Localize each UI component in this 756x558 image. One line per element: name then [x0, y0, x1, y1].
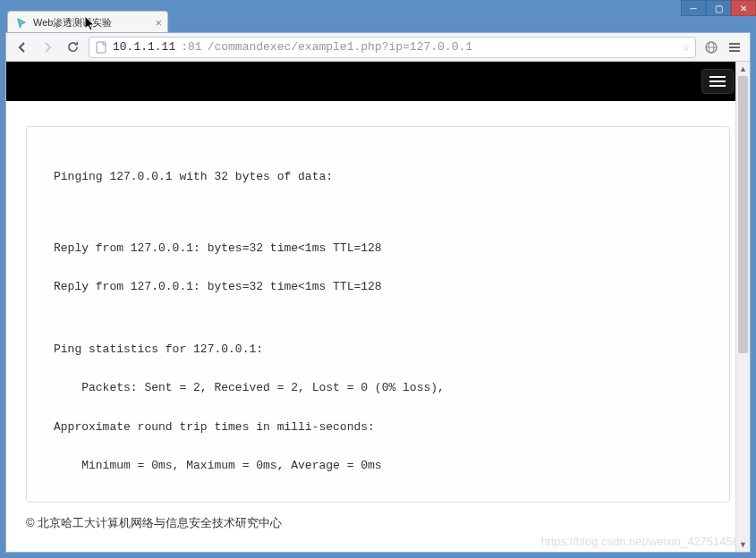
url-port: :81: [181, 40, 201, 54]
ping-header-line: Pinging 127.0.0.1 with 32 bytes of data:: [54, 168, 702, 186]
browser-toolbar: 10.1.1.11:81/commandexec/example1.php?ip…: [6, 33, 750, 62]
page-footer: © 北京哈工大计算机网络与信息安全技术研究中心: [26, 515, 730, 531]
ping-output-box: Pinging 127.0.0.1 with 32 bytes of data:…: [26, 126, 730, 503]
scroll-down-icon[interactable]: ▼: [736, 537, 750, 552]
browser-tab[interactable]: Web渗透测试实验 ×: [7, 11, 168, 34]
bookmark-star-icon[interactable]: ☆: [683, 39, 690, 55]
ping-reply-line: Reply from 127.0.0.1: bytes=32 time<1ms …: [54, 278, 702, 296]
minimize-button[interactable]: ─: [681, 0, 706, 16]
page-viewport: Pinging 127.0.0.1 with 32 bytes of data:…: [6, 62, 750, 552]
close-window-button[interactable]: ✕: [731, 0, 756, 16]
page-header-bar: [6, 62, 750, 101]
watermark-text: https://blog.csdn.net/weixin_42751456: [541, 535, 739, 548]
tab-favicon-icon: [15, 17, 28, 30]
url-host: 10.1.1.11: [113, 40, 175, 54]
page-icon: [95, 41, 107, 54]
address-bar[interactable]: 10.1.1.11:81/commandexec/example1.php?ip…: [89, 37, 696, 58]
back-button[interactable]: [13, 38, 31, 56]
ping-stats-header: Ping statistics for 127.0.0.1:: [54, 341, 702, 359]
ping-approx-line: Approximate round trip times in milli-se…: [54, 418, 702, 436]
maximize-button[interactable]: ▢: [706, 0, 731, 16]
reload-button[interactable]: [64, 38, 81, 56]
tab-close-icon[interactable]: ×: [155, 16, 162, 30]
extension-icon[interactable]: [703, 39, 719, 55]
ping-times-line: Minimum = 0ms, Maximum = 0ms, Average = …: [54, 457, 702, 475]
tab-title: Web渗透测试实验: [33, 16, 112, 30]
forward-button[interactable]: [38, 38, 56, 56]
vertical-scrollbar[interactable]: ▲ ▼: [735, 62, 750, 552]
ping-reply-line: Reply from 127.0.0.1: bytes=32 time<1ms …: [54, 240, 702, 258]
menu-icon[interactable]: [726, 39, 743, 55]
ping-packets-line: Packets: Sent = 2, Received = 2, Lost = …: [54, 379, 702, 397]
hamburger-menu-button[interactable]: [701, 69, 734, 94]
scroll-thumb[interactable]: [738, 76, 748, 353]
url-path: /commandexec/example1.php?ip=127.0.0.1: [208, 40, 472, 54]
svg-rect-0: [97, 42, 106, 53]
scroll-up-icon[interactable]: ▲: [736, 62, 750, 76]
